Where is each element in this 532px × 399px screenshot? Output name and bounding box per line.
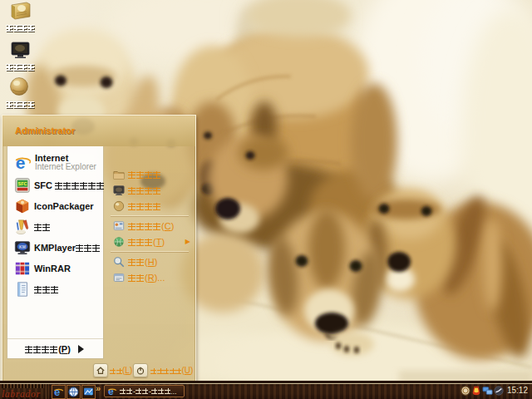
svg-text:e: e — [108, 387, 114, 397]
svg-text:SFC: SFC — [18, 181, 27, 186]
svg-text:e: e — [16, 154, 26, 171]
svg-text:e: e — [54, 387, 60, 397]
svg-text:KM: KM — [19, 244, 26, 249]
